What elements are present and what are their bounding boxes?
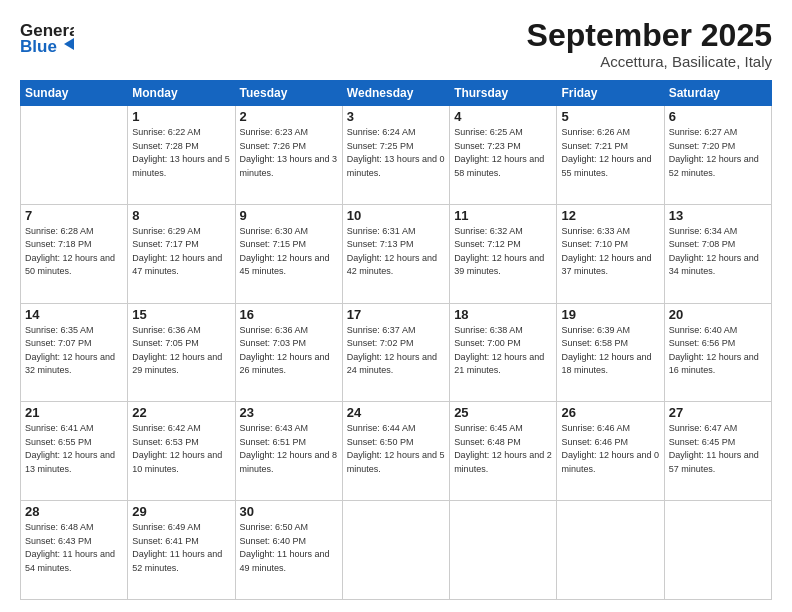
daylight: Daylight: 12 hours and 58 minutes.	[454, 153, 552, 180]
day-number: 10	[347, 208, 445, 223]
day-number: 1	[132, 109, 230, 124]
sunset: Sunset: 7:18 PM	[25, 238, 123, 252]
day-number: 14	[25, 307, 123, 322]
calendar-cell: 4 Sunrise: 6:25 AM Sunset: 7:23 PM Dayli…	[450, 106, 557, 205]
sunset: Sunset: 7:21 PM	[561, 140, 659, 154]
daylight: Daylight: 12 hours and 18 minutes.	[561, 351, 659, 378]
day-number: 19	[561, 307, 659, 322]
sunrise: Sunrise: 6:46 AM	[561, 422, 659, 436]
calendar-cell: 1 Sunrise: 6:22 AM Sunset: 7:28 PM Dayli…	[128, 106, 235, 205]
daylight: Daylight: 12 hours and 10 minutes.	[132, 449, 230, 476]
header-sunday: Sunday	[21, 81, 128, 106]
calendar-cell: 29 Sunrise: 6:49 AM Sunset: 6:41 PM Dayl…	[128, 501, 235, 600]
daylight: Daylight: 12 hours and 52 minutes.	[669, 153, 767, 180]
day-number: 21	[25, 405, 123, 420]
sunrise: Sunrise: 6:38 AM	[454, 324, 552, 338]
logo-image: General Blue	[20, 18, 74, 56]
sunrise: Sunrise: 6:47 AM	[669, 422, 767, 436]
daylight: Daylight: 13 hours and 3 minutes.	[240, 153, 338, 180]
sunrise: Sunrise: 6:49 AM	[132, 521, 230, 535]
sunset: Sunset: 6:51 PM	[240, 436, 338, 450]
calendar-week-1: 1 Sunrise: 6:22 AM Sunset: 7:28 PM Dayli…	[21, 106, 772, 205]
day-number: 2	[240, 109, 338, 124]
sunset: Sunset: 6:43 PM	[25, 535, 123, 549]
page: General Blue September 2025 Accettura, B…	[0, 0, 792, 612]
title-block: September 2025 Accettura, Basilicate, It…	[527, 18, 772, 70]
calendar-cell: 21 Sunrise: 6:41 AM Sunset: 6:55 PM Dayl…	[21, 402, 128, 501]
day-number: 23	[240, 405, 338, 420]
calendar-cell: 14 Sunrise: 6:35 AM Sunset: 7:07 PM Dayl…	[21, 303, 128, 402]
daylight: Daylight: 12 hours and 13 minutes.	[25, 449, 123, 476]
daylight: Daylight: 11 hours and 52 minutes.	[132, 548, 230, 575]
day-number: 22	[132, 405, 230, 420]
sunset: Sunset: 7:07 PM	[25, 337, 123, 351]
daylight: Daylight: 12 hours and 5 minutes.	[347, 449, 445, 476]
day-info: Sunrise: 6:40 AM Sunset: 6:56 PM Dayligh…	[669, 324, 767, 378]
daylight: Daylight: 12 hours and 32 minutes.	[25, 351, 123, 378]
calendar-cell: 9 Sunrise: 6:30 AM Sunset: 7:15 PM Dayli…	[235, 204, 342, 303]
day-info: Sunrise: 6:41 AM Sunset: 6:55 PM Dayligh…	[25, 422, 123, 476]
daylight: Daylight: 12 hours and 34 minutes.	[669, 252, 767, 279]
daylight: Daylight: 12 hours and 55 minutes.	[561, 153, 659, 180]
day-number: 13	[669, 208, 767, 223]
day-number: 12	[561, 208, 659, 223]
sunset: Sunset: 7:12 PM	[454, 238, 552, 252]
calendar-cell: 18 Sunrise: 6:38 AM Sunset: 7:00 PM Dayl…	[450, 303, 557, 402]
sunrise: Sunrise: 6:29 AM	[132, 225, 230, 239]
daylight: Daylight: 12 hours and 42 minutes.	[347, 252, 445, 279]
header: General Blue September 2025 Accettura, B…	[20, 18, 772, 70]
sunrise: Sunrise: 6:33 AM	[561, 225, 659, 239]
header-thursday: Thursday	[450, 81, 557, 106]
daylight: Daylight: 12 hours and 37 minutes.	[561, 252, 659, 279]
daylight: Daylight: 12 hours and 47 minutes.	[132, 252, 230, 279]
header-friday: Friday	[557, 81, 664, 106]
calendar-cell: 7 Sunrise: 6:28 AM Sunset: 7:18 PM Dayli…	[21, 204, 128, 303]
calendar-table: Sunday Monday Tuesday Wednesday Thursday…	[20, 80, 772, 600]
day-info: Sunrise: 6:45 AM Sunset: 6:48 PM Dayligh…	[454, 422, 552, 476]
sunset: Sunset: 6:48 PM	[454, 436, 552, 450]
sunrise: Sunrise: 6:28 AM	[25, 225, 123, 239]
daylight: Daylight: 12 hours and 24 minutes.	[347, 351, 445, 378]
logo: General Blue	[20, 18, 74, 56]
day-number: 11	[454, 208, 552, 223]
day-number: 17	[347, 307, 445, 322]
calendar-week-5: 28 Sunrise: 6:48 AM Sunset: 6:43 PM Dayl…	[21, 501, 772, 600]
daylight: Daylight: 12 hours and 8 minutes.	[240, 449, 338, 476]
day-number: 3	[347, 109, 445, 124]
calendar-week-2: 7 Sunrise: 6:28 AM Sunset: 7:18 PM Dayli…	[21, 204, 772, 303]
day-info: Sunrise: 6:24 AM Sunset: 7:25 PM Dayligh…	[347, 126, 445, 180]
calendar-cell	[664, 501, 771, 600]
day-number: 24	[347, 405, 445, 420]
sunrise: Sunrise: 6:41 AM	[25, 422, 123, 436]
sunrise: Sunrise: 6:35 AM	[25, 324, 123, 338]
header-wednesday: Wednesday	[342, 81, 449, 106]
daylight: Daylight: 12 hours and 2 minutes.	[454, 449, 552, 476]
daylight: Daylight: 12 hours and 21 minutes.	[454, 351, 552, 378]
sunrise: Sunrise: 6:22 AM	[132, 126, 230, 140]
sunrise: Sunrise: 6:34 AM	[669, 225, 767, 239]
day-info: Sunrise: 6:22 AM Sunset: 7:28 PM Dayligh…	[132, 126, 230, 180]
sunrise: Sunrise: 6:25 AM	[454, 126, 552, 140]
calendar-cell: 13 Sunrise: 6:34 AM Sunset: 7:08 PM Dayl…	[664, 204, 771, 303]
sunset: Sunset: 6:56 PM	[669, 337, 767, 351]
sunset: Sunset: 6:40 PM	[240, 535, 338, 549]
day-info: Sunrise: 6:46 AM Sunset: 6:46 PM Dayligh…	[561, 422, 659, 476]
sunrise: Sunrise: 6:32 AM	[454, 225, 552, 239]
sunset: Sunset: 7:05 PM	[132, 337, 230, 351]
sunset: Sunset: 7:13 PM	[347, 238, 445, 252]
daylight: Daylight: 11 hours and 49 minutes.	[240, 548, 338, 575]
sunrise: Sunrise: 6:44 AM	[347, 422, 445, 436]
sunset: Sunset: 7:20 PM	[669, 140, 767, 154]
calendar-cell: 23 Sunrise: 6:43 AM Sunset: 6:51 PM Dayl…	[235, 402, 342, 501]
calendar-cell: 30 Sunrise: 6:50 AM Sunset: 6:40 PM Dayl…	[235, 501, 342, 600]
day-info: Sunrise: 6:29 AM Sunset: 7:17 PM Dayligh…	[132, 225, 230, 279]
day-number: 4	[454, 109, 552, 124]
day-info: Sunrise: 6:25 AM Sunset: 7:23 PM Dayligh…	[454, 126, 552, 180]
day-info: Sunrise: 6:31 AM Sunset: 7:13 PM Dayligh…	[347, 225, 445, 279]
sunset: Sunset: 7:08 PM	[669, 238, 767, 252]
day-info: Sunrise: 6:28 AM Sunset: 7:18 PM Dayligh…	[25, 225, 123, 279]
sunrise: Sunrise: 6:37 AM	[347, 324, 445, 338]
day-info: Sunrise: 6:32 AM Sunset: 7:12 PM Dayligh…	[454, 225, 552, 279]
calendar-week-4: 21 Sunrise: 6:41 AM Sunset: 6:55 PM Dayl…	[21, 402, 772, 501]
day-info: Sunrise: 6:39 AM Sunset: 6:58 PM Dayligh…	[561, 324, 659, 378]
